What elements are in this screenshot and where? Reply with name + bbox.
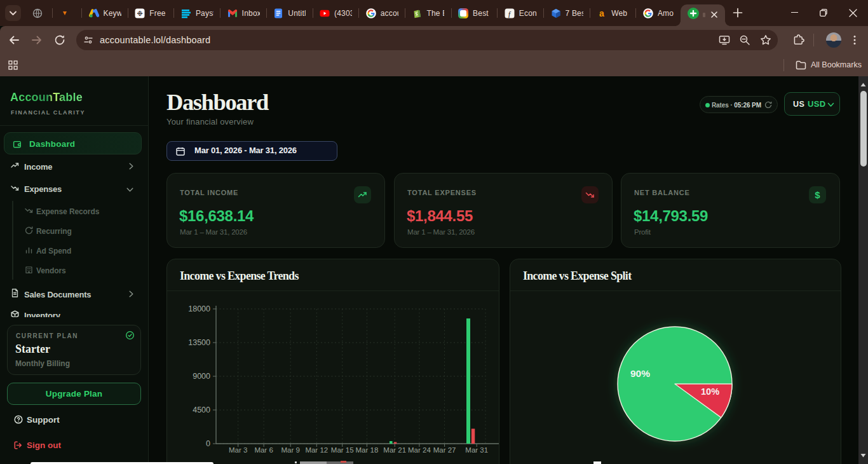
svg-text:Mar 18: Mar 18 — [356, 446, 379, 454]
svg-text:Mar 9: Mar 9 — [281, 446, 299, 454]
svg-text:Mar 15: Mar 15 — [331, 446, 354, 454]
svg-text:Mar 6: Mar 6 — [254, 446, 273, 454]
svg-text:Mar 27: Mar 27 — [433, 446, 456, 454]
svg-text:9000: 9000 — [193, 372, 210, 381]
svg-text:18000: 18000 — [188, 304, 210, 313]
svg-text:Mar 12: Mar 12 — [305, 446, 328, 454]
svg-text:Mar 21: Mar 21 — [383, 446, 406, 454]
svg-text:❉: ❉ — [137, 10, 143, 17]
svg-text:10%: 10% — [701, 386, 719, 397]
svg-text:Mar 31: Mar 31 — [465, 446, 488, 454]
svg-text:0: 0 — [206, 439, 210, 448]
svg-text:90%: 90% — [630, 368, 650, 379]
svg-text:13500: 13500 — [188, 338, 210, 347]
svg-text:4500: 4500 — [193, 406, 210, 414]
svg-text:a: a — [599, 8, 604, 18]
svg-text:Mar 24: Mar 24 — [408, 446, 431, 454]
svg-text:ƒ: ƒ — [508, 9, 512, 18]
svg-text:Mar 3: Mar 3 — [229, 446, 247, 454]
